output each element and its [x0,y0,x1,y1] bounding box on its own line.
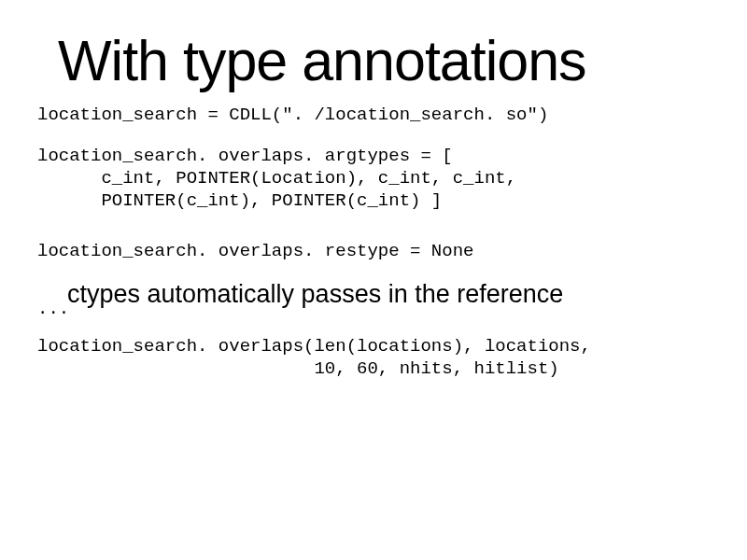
code-block-call: location_search. overlaps(len(locations)… [37,336,591,381]
slide-title: With type annotations [58,28,586,93]
caption-text: ctypes automatically passes in the refer… [67,280,563,309]
slide: With type annotations location_search = … [0,0,747,560]
code-ellipsis: ... [37,299,69,319]
code-line-cdll: location_search = CDLL(". /location_sear… [37,105,548,127]
code-line-restype: location_search. overlaps. restype = Non… [37,241,473,263]
code-block-argtypes: location_search. overlaps. argtypes = [ … [37,146,516,212]
